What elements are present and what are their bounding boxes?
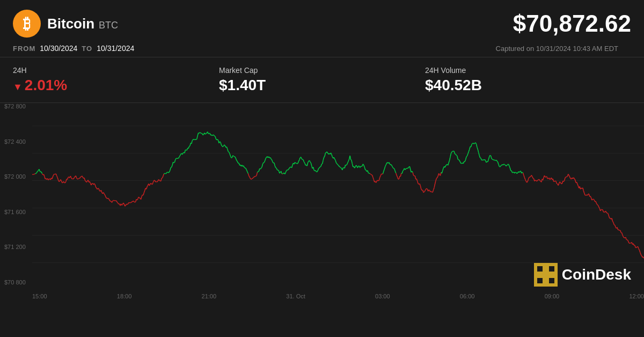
coindesk-logo: CoinDesk bbox=[534, 263, 631, 287]
volume-value: $40.52B bbox=[425, 77, 631, 94]
y-label-4: $71 600 bbox=[4, 209, 26, 215]
svg-rect-2 bbox=[549, 266, 554, 272]
header: ₿ Bitcoin BTC $70,872.62 bbox=[0, 0, 644, 44]
brand: ₿ Bitcoin BTC bbox=[13, 10, 118, 38]
svg-rect-3 bbox=[537, 278, 543, 283]
brand-name: Bitcoin bbox=[47, 16, 94, 32]
chart-x-axis: 15:00 18:00 21:00 31. Oct 03:00 06:00 09… bbox=[32, 293, 644, 299]
x-label-3: 21:00 bbox=[202, 293, 217, 299]
y-label-6: $70 800 bbox=[4, 279, 26, 285]
x-label-8: 12:00 bbox=[629, 293, 644, 299]
coindesk-icon bbox=[534, 263, 558, 287]
market-cap-value: $1.40T bbox=[219, 77, 425, 94]
x-label-4: 31. Oct bbox=[286, 293, 305, 299]
x-label-6: 06:00 bbox=[460, 293, 475, 299]
volume-label: 24H Volume bbox=[425, 66, 631, 75]
from-label: FROM bbox=[13, 45, 35, 53]
market-cap-label: Market Cap bbox=[219, 66, 425, 75]
y-label-2: $72 400 bbox=[4, 138, 26, 145]
stats-row: 24H ▼2.01% Market Cap $1.40T 24H Volume … bbox=[0, 57, 644, 103]
y-label-3: $72 000 bbox=[4, 173, 26, 180]
change-value: ▼2.01% bbox=[13, 77, 219, 94]
x-label-5: 03:00 bbox=[375, 293, 390, 299]
current-price: $70,872.62 bbox=[513, 10, 631, 37]
brand-text: Bitcoin BTC bbox=[47, 16, 118, 32]
bitcoin-logo-icon: ₿ bbox=[13, 10, 41, 38]
change-label: 24H bbox=[13, 66, 219, 75]
coindesk-name: CoinDesk bbox=[562, 266, 631, 283]
date-row: FROM 10/30/2024 TO 10/31/2024 Captured o… bbox=[0, 44, 644, 57]
capture-info: Captured on 10/31/2024 10:43 AM EDT bbox=[496, 45, 631, 53]
stat-24h-change: 24H ▼2.01% bbox=[13, 66, 219, 94]
price-chart bbox=[32, 103, 644, 285]
svg-rect-5 bbox=[543, 272, 548, 277]
x-label-7: 09:00 bbox=[545, 293, 560, 299]
stat-market-cap: Market Cap $1.40T bbox=[219, 66, 425, 94]
from-date: 10/30/2024 bbox=[40, 44, 77, 53]
y-label-5: $71 200 bbox=[4, 244, 26, 250]
to-label: TO bbox=[82, 45, 92, 53]
x-label-2: 18:00 bbox=[117, 293, 132, 299]
chart-container: $72 800 $72 400 $72 000 $71 600 $71 200 … bbox=[0, 103, 644, 302]
to-date: 10/31/2024 bbox=[97, 44, 134, 53]
chart-y-axis: $72 800 $72 400 $72 000 $71 600 $71 200 … bbox=[4, 103, 26, 285]
y-label-1: $72 800 bbox=[4, 103, 26, 109]
stat-volume: 24H Volume $40.52B bbox=[425, 66, 631, 94]
x-label-1: 15:00 bbox=[32, 293, 47, 299]
svg-rect-1 bbox=[537, 266, 543, 272]
down-arrow-icon: ▼ bbox=[13, 82, 23, 92]
brand-ticker: BTC bbox=[99, 20, 118, 31]
svg-rect-4 bbox=[549, 278, 554, 283]
date-range: FROM 10/30/2024 TO 10/31/2024 bbox=[13, 44, 134, 53]
